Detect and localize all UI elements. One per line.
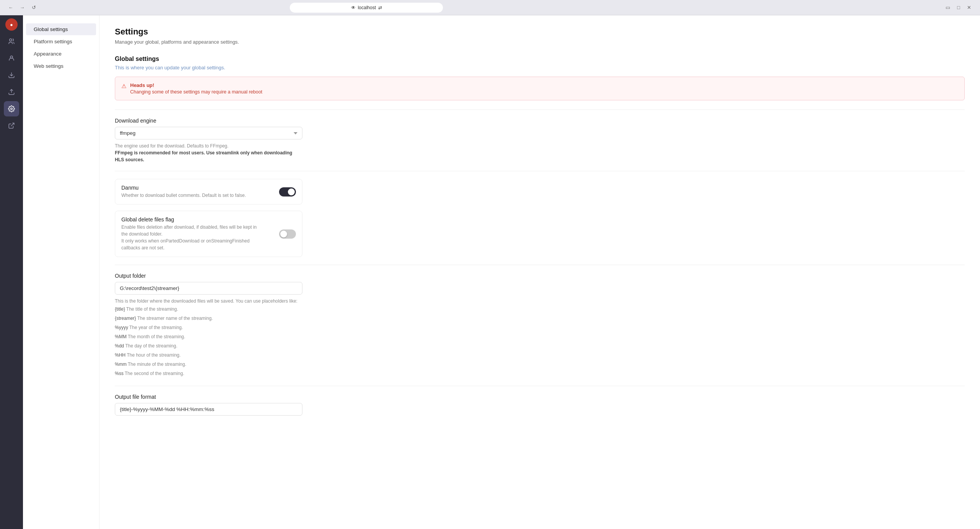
sidebar: ●	[0, 15, 23, 529]
divider-3	[115, 265, 965, 265]
sidebar-item-upload[interactable]	[4, 84, 19, 100]
url-text: localhost	[358, 5, 376, 10]
browser-chrome: ← → ↺ 👁 localhost ⇄ ▭ □ ✕	[0, 0, 980, 15]
global-delete-text: Global delete files flag Enable files de…	[121, 216, 263, 251]
avatar: ●	[5, 18, 18, 31]
section-title: Global settings	[115, 56, 965, 62]
alert-box: ⚠ Heads up! Changing some of these setti…	[115, 77, 965, 100]
danmu-desc: Whether to download bullet comments. Def…	[121, 192, 246, 199]
nav-item-platform-settings[interactable]: Platform settings	[26, 36, 96, 47]
alert-title: Heads up!	[130, 82, 262, 88]
global-delete-desc-1: Enable files deletion after download, if…	[121, 224, 257, 237]
output-folder-hint-intro: This is the folder where the downloaded …	[115, 298, 297, 304]
sidebar-item-settings[interactable]	[4, 101, 19, 116]
sidebar-item-users[interactable]	[4, 34, 19, 49]
browser-nav-controls: ← → ↺	[6, 3, 38, 12]
app-container: ● Global settings Platform settings Appe…	[0, 15, 980, 529]
section-subtitle: This is where you can update your global…	[115, 65, 965, 70]
svg-point-0	[10, 39, 12, 41]
forward-button[interactable]: →	[18, 3, 27, 12]
global-delete-desc: Enable files deletion after download, if…	[121, 224, 263, 251]
global-delete-label: Global delete files flag	[121, 216, 263, 223]
alert-icon: ⚠	[121, 83, 126, 90]
output-format-input[interactable]	[115, 403, 302, 416]
nav-item-global-settings[interactable]: Global settings	[26, 23, 96, 35]
output-folder-hint: This is the folder where the downloaded …	[115, 298, 302, 378]
divider-1	[115, 110, 965, 110]
alert-content: Heads up! Changing some of these setting…	[130, 82, 262, 95]
svg-point-4	[11, 108, 13, 110]
danmu-toggle-row: Danmu Whether to download bullet comment…	[115, 179, 302, 205]
browser-right-controls: ▭ □ ✕	[943, 3, 974, 12]
global-delete-toggle[interactable]	[279, 229, 296, 239]
alert-text: Changing some of these settings may requ…	[130, 89, 262, 95]
divider-2	[115, 171, 965, 171]
nav-item-web-settings[interactable]: Web settings	[26, 60, 96, 72]
danmu-thumb	[288, 188, 295, 195]
global-delete-thumb	[280, 231, 287, 237]
settings-sidebar: Global settings Platform settings Appear…	[23, 15, 100, 529]
danmu-track[interactable]	[279, 187, 296, 197]
address-bar[interactable]: 👁 localhost ⇄	[290, 3, 443, 13]
divider-4	[115, 386, 965, 386]
sidebar-item-export[interactable]	[4, 118, 19, 133]
output-folder-input[interactable]	[115, 282, 302, 295]
maximize-button[interactable]: □	[954, 3, 963, 12]
page-title: Settings	[115, 27, 965, 37]
main-content: Global settings Platform settings Appear…	[23, 15, 980, 529]
back-button[interactable]: ←	[6, 3, 15, 12]
download-engine-select[interactable]: ffmpeg streamlink	[115, 127, 302, 139]
settings-content: Settings Manage your global, platforms a…	[100, 15, 980, 529]
placeholder-list: {title} The title of the streaming. {str…	[115, 305, 302, 378]
sidebar-item-download[interactable]	[4, 67, 19, 83]
danmu-text: Danmu Whether to download bullet comment…	[121, 185, 246, 199]
global-delete-track[interactable]	[279, 229, 296, 239]
danmu-toggle[interactable]	[279, 187, 296, 197]
minimize-button[interactable]: ▭	[943, 3, 952, 12]
refresh-button[interactable]: ↺	[29, 3, 38, 12]
global-delete-toggle-row: Global delete files flag Enable files de…	[115, 211, 302, 257]
page-subtitle: Manage your global, platforms and appear…	[115, 39, 965, 45]
output-format-label: Output file format	[115, 394, 965, 400]
download-engine-label: Download engine	[115, 118, 965, 124]
danmu-label: Danmu	[121, 185, 246, 191]
download-engine-hint: The engine used for the download. Defaul…	[115, 142, 302, 163]
split-icon: ⇄	[378, 5, 382, 10]
nav-item-appearance[interactable]: Appearance	[26, 48, 96, 60]
security-icon: 👁	[351, 5, 356, 10]
hint-normal: The engine used for the download. Defaul…	[115, 143, 229, 149]
hint-bold: FFmpeg is recommended for most users. Us…	[115, 150, 292, 162]
sidebar-item-person[interactable]	[4, 51, 19, 66]
global-delete-desc-2: It only works when onPartedDownload or o…	[121, 238, 250, 251]
close-button[interactable]: ✕	[965, 3, 974, 12]
output-folder-label: Output folder	[115, 273, 965, 279]
